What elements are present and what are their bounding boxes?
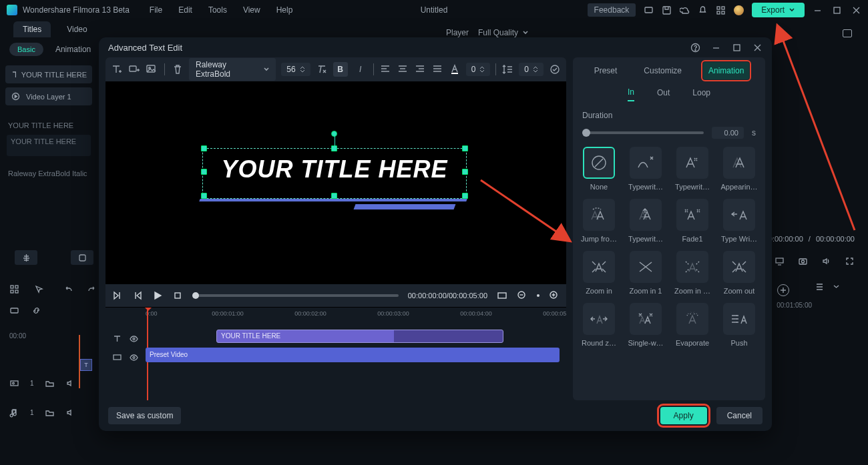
eye-icon[interactable]	[129, 352, 139, 362]
title-text[interactable]: YOUR TITLE HERE	[221, 155, 447, 183]
resize-handle-nw[interactable]	[201, 145, 207, 151]
anim-item-6[interactable]: Fade1	[673, 199, 712, 243]
align-center-icon[interactable]	[397, 63, 409, 75]
align-justify-icon[interactable]	[431, 63, 443, 75]
undo-icon[interactable]	[64, 284, 74, 294]
tab-animation[interactable]: Animation	[703, 62, 749, 79]
delete-icon[interactable]	[172, 63, 184, 75]
subtab-in[interactable]: In	[628, 87, 634, 101]
anim-item-9[interactable]: Zoom in 1	[626, 251, 665, 295]
tab-titles[interactable]: Titles	[13, 21, 51, 37]
menu-file[interactable]: File	[150, 5, 162, 15]
shape-add-icon[interactable]	[128, 63, 140, 75]
clear-format-icon[interactable]	[316, 63, 328, 75]
prev-frame-button[interactable]	[112, 290, 123, 301]
tab-video[interactable]: Video	[67, 25, 87, 34]
anim-item-3[interactable]: Appearin…	[720, 147, 758, 191]
speaker-icon[interactable]	[65, 408, 75, 418]
apply-button[interactable]: Apply	[660, 407, 707, 424]
line-height-field[interactable]: 0	[519, 63, 544, 76]
transform-reset-icon[interactable]	[549, 63, 561, 75]
next-frame-button[interactable]	[132, 290, 143, 301]
add-track-button[interactable]	[777, 284, 789, 296]
anim-item-15[interactable]: Push	[720, 303, 758, 347]
left-mini-btn-2[interactable]	[71, 250, 93, 265]
resize-handle-e[interactable]	[462, 169, 468, 175]
duration-slider-handle[interactable]	[582, 129, 590, 137]
anim-item-1[interactable]: Typewrit…	[626, 147, 665, 191]
anim-item-14[interactable]: Evaporate	[673, 303, 712, 347]
resize-handle-w[interactable]	[201, 169, 207, 175]
align-left-icon[interactable]	[379, 63, 391, 75]
window-minimize-icon[interactable]	[813, 5, 823, 15]
dialog-close-icon[interactable]	[752, 43, 763, 53]
resize-handle-sw[interactable]	[201, 193, 207, 199]
bell-icon[interactable]	[698, 5, 708, 15]
font-size-stepper[interactable]	[300, 65, 305, 73]
folder-icon[interactable]	[45, 408, 55, 418]
tab-preset[interactable]: Preset	[589, 62, 623, 79]
title-text-box[interactable]: YOUR TITLE HERE	[208, 152, 461, 192]
dialog-minimize-icon[interactable]	[711, 43, 721, 53]
bold-button[interactable]: B	[333, 62, 348, 77]
chevron-down-icon[interactable]	[831, 282, 841, 292]
subtab-loop[interactable]: Loop	[692, 88, 710, 101]
speaker-icon[interactable]	[65, 378, 75, 388]
apps-icon[interactable]	[716, 5, 726, 15]
save-as-custom-button[interactable]: Save as custom	[108, 407, 181, 424]
layer-item-video[interactable]: Video Layer 1	[5, 87, 92, 105]
font-size-field[interactable]: 56	[281, 63, 310, 76]
stop-button[interactable]	[172, 290, 183, 301]
grid-icon[interactable]	[9, 284, 19, 294]
anim-item-none[interactable]: None	[580, 147, 618, 191]
snapshot-icon[interactable]	[843, 29, 852, 37]
menu-view[interactable]: View	[243, 5, 260, 15]
mini-clip-preset[interactable]: Preset Video	[146, 348, 560, 362]
display-icon[interactable]	[775, 256, 785, 266]
volume-icon[interactable]	[821, 256, 831, 266]
left-mini-btn-1[interactable]	[15, 250, 37, 265]
image-add-icon[interactable]	[146, 63, 158, 75]
fullscreen-icon[interactable]	[845, 256, 855, 266]
timeline-view-toggle[interactable]	[815, 282, 841, 292]
camera-icon[interactable]	[798, 256, 808, 266]
subtab-basic[interactable]: Basic	[9, 43, 43, 56]
font-family-dropdown[interactable]: Raleway ExtraBold	[189, 58, 276, 81]
window-maximize-icon[interactable]	[832, 5, 842, 15]
cloud-icon[interactable]	[680, 5, 690, 15]
line-height-icon[interactable]	[501, 63, 513, 75]
scrub-handle[interactable]	[192, 292, 199, 299]
text-color-icon[interactable]	[449, 63, 461, 75]
layer-item-title[interactable]: YOUR TITLE HERE	[5, 65, 92, 83]
anim-item-11[interactable]: Zoom out	[720, 251, 758, 295]
clip-icon[interactable]	[9, 306, 19, 316]
resize-handle-ne[interactable]	[462, 145, 468, 151]
mini-clip-title[interactable]: YOUR TITLE HERE	[216, 330, 503, 343]
zoom-in-icon[interactable]	[549, 290, 560, 301]
add-text-icon[interactable]	[111, 63, 123, 75]
cancel-button[interactable]: Cancel	[716, 407, 763, 424]
play-button[interactable]	[152, 290, 163, 301]
resize-handle-s[interactable]	[331, 193, 337, 199]
anim-item-8[interactable]: Zoom in	[580, 251, 618, 295]
feedback-button[interactable]: Feedback	[588, 3, 636, 17]
mini-timeline[interactable]: 0:00 00:00:01:00 00:00:02:00 00:00:03:00…	[105, 307, 566, 400]
redo-icon[interactable]	[86, 284, 96, 294]
scrub-bar[interactable]	[192, 294, 399, 297]
anim-item-4[interactable]: Jump fro…	[580, 199, 618, 243]
anim-item-7[interactable]: Type Wri…	[720, 199, 758, 243]
link-icon[interactable]	[31, 306, 41, 316]
eye-icon[interactable]	[129, 334, 139, 344]
selection-arrow-icon[interactable]	[34, 284, 44, 294]
letter-spacing-field[interactable]: 0	[466, 63, 491, 76]
anim-item-5[interactable]: Typewrit…	[626, 199, 665, 243]
menu-edit[interactable]: Edit	[178, 5, 192, 15]
window-close-icon[interactable]	[851, 5, 861, 15]
screen-icon[interactable]	[644, 5, 654, 15]
zoom-out-icon[interactable]	[517, 290, 527, 301]
duration-value-box[interactable]: 0.00	[712, 127, 744, 139]
italic-button[interactable]: I	[353, 62, 368, 77]
anim-item-13[interactable]: Single-w…	[626, 303, 665, 347]
mini-lane-text[interactable]: YOUR TITLE HERE	[146, 329, 560, 344]
tab-customize[interactable]: Customize	[638, 62, 687, 79]
